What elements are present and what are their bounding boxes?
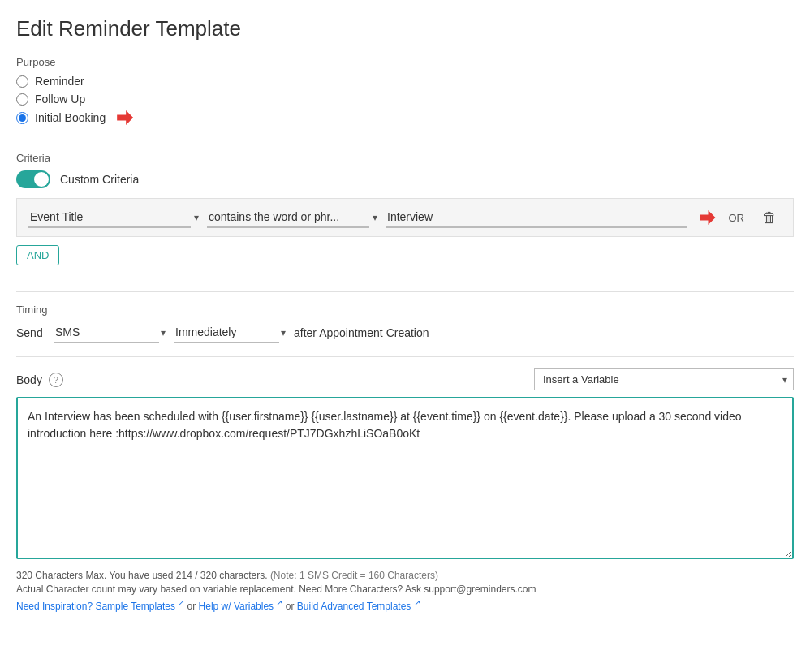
after-text: after Appointment Creation	[294, 326, 429, 339]
divider-3	[16, 356, 794, 357]
sample-templates-link[interactable]: Need Inspiration? Sample Templates ↗	[16, 601, 187, 612]
initialbooking-arrow-icon	[117, 110, 133, 125]
when-select[interactable]: Immediately	[174, 322, 279, 343]
char-count: 320 Characters Max. You have used 214 / …	[16, 570, 794, 581]
followup-radio[interactable]	[16, 93, 28, 106]
reminder-label: Reminder	[35, 75, 84, 88]
criteria-row: Event Title contains the word or phr... …	[16, 198, 794, 237]
purpose-initialbooking[interactable]: Initial Booking	[16, 110, 794, 125]
toggle-row: Custom Criteria	[16, 170, 794, 188]
criteria-value-input[interactable]	[386, 207, 687, 228]
body-label: Body	[16, 373, 42, 386]
or1-text: or	[187, 601, 199, 612]
char-count-note: (Note: 1 SMS Credit = 160 Characters)	[270, 570, 438, 581]
help-icon[interactable]: ?	[49, 373, 63, 387]
condition-select-wrap: contains the word or phr...	[207, 207, 377, 228]
advanced-ext-icon: ↗	[414, 598, 420, 607]
divider-2	[16, 291, 794, 292]
purpose-label: Purpose	[16, 56, 794, 68]
field-select-wrap: Event Title	[28, 207, 199, 228]
and-button[interactable]: AND	[16, 245, 59, 265]
initialbooking-label: Initial Booking	[35, 111, 106, 124]
variable-select-wrap: Insert a Variable	[534, 368, 794, 390]
sample-templates-ext-icon: ↗	[178, 598, 184, 607]
criteria-label: Criteria	[16, 152, 794, 164]
body-section: Body ? Insert a Variable An Interview ha…	[16, 368, 794, 562]
divider-1	[16, 140, 794, 140]
body-textarea[interactable]: An Interview has been scheduled with {{u…	[16, 397, 794, 559]
delete-criteria-button[interactable]: 🗑	[757, 208, 782, 228]
actual-count: Actual Character count may vary based on…	[16, 584, 794, 595]
variable-select[interactable]: Insert a Variable	[534, 368, 794, 390]
criteria-section: Criteria Custom Criteria Event Title con…	[16, 152, 794, 278]
advanced-link[interactable]: Build Advanced Templates ↗	[297, 601, 420, 612]
initialbooking-radio[interactable]	[16, 112, 28, 124]
field-select[interactable]: Event Title	[28, 207, 191, 228]
purpose-followup[interactable]: Follow Up	[16, 93, 794, 106]
send-label: Send	[16, 326, 45, 339]
timing-row: Send SMS Immediately after Appointment C…	[16, 322, 794, 343]
or2-text: or	[286, 601, 297, 612]
custom-criteria-toggle[interactable]	[16, 170, 50, 188]
medium-select[interactable]: SMS	[54, 322, 159, 343]
custom-criteria-label: Custom Criteria	[60, 173, 139, 186]
reminder-radio[interactable]	[16, 75, 28, 88]
char-count-text: 320 Characters Max. You have used 214 / …	[16, 570, 268, 581]
timing-section: Timing Send SMS Immediately after Appoin…	[16, 304, 794, 343]
page-title: Edit Reminder Template	[16, 16, 794, 41]
variables-ext-icon: ↗	[276, 598, 282, 607]
advanced-text: Build Advanced Templates	[297, 601, 411, 612]
purpose-radio-group: Reminder Follow Up Initial Booking	[16, 75, 794, 125]
purpose-reminder[interactable]: Reminder	[16, 75, 794, 88]
body-label-wrap: Body ?	[16, 373, 63, 387]
links-row: Need Inspiration? Sample Templates ↗ or …	[16, 598, 794, 612]
medium-select-wrap: SMS	[54, 322, 166, 343]
variables-text: Help w/ Variables	[199, 601, 274, 612]
criteria-arrow-icon	[700, 210, 716, 225]
or-label: OR	[729, 212, 745, 224]
timing-label: Timing	[16, 304, 794, 316]
body-header: Body ? Insert a Variable	[16, 368, 794, 390]
condition-select[interactable]: contains the word or phr...	[207, 207, 369, 228]
when-select-wrap: Immediately	[174, 322, 286, 343]
sample-templates-text: Need Inspiration? Sample Templates	[16, 601, 175, 612]
variables-link[interactable]: Help w/ Variables ↗	[199, 601, 286, 612]
followup-label: Follow Up	[35, 93, 85, 106]
